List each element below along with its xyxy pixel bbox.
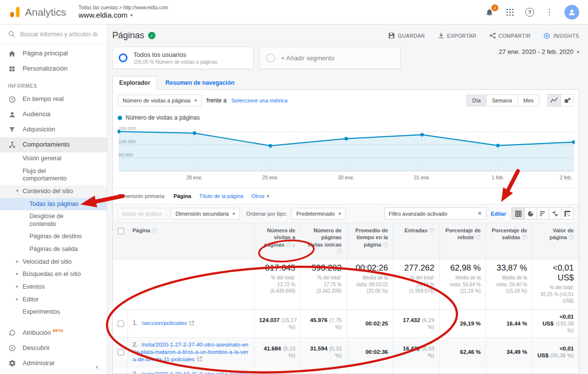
segment-all-users[interactable]: Todos los usuarios 100,00 % Número de vi… bbox=[112, 47, 254, 69]
clear-filter-icon[interactable]: ✕ bbox=[478, 210, 482, 217]
breadcrumb[interactable]: Todas las cuentas > http://www.eldia.com bbox=[78, 5, 168, 10]
guardar-button[interactable]: GUARDAR bbox=[388, 32, 425, 39]
sidebar-item-behavior-flow[interactable]: Flujo del comportamiento bbox=[0, 165, 107, 185]
sidebar-item-site-speed[interactable]: ▸Velocidad del sitio bbox=[0, 256, 107, 269]
segment-subtitle: 100,00 % Número de visitas a páginas bbox=[133, 59, 217, 65]
help-icon[interactable]: ? bbox=[569, 235, 574, 240]
sidebar-item-content-drilldown[interactable]: Desglose de contenido bbox=[0, 210, 107, 230]
granularity-dia[interactable]: Día bbox=[467, 95, 486, 106]
sidebar-item-all-pages[interactable]: Todas las páginas bbox=[0, 198, 107, 211]
column-header-0[interactable]: Página? bbox=[128, 223, 254, 259]
granularity-mes[interactable]: Mes bbox=[517, 95, 539, 106]
granularity-semana[interactable]: Semana bbox=[486, 95, 517, 106]
external-link-icon[interactable] bbox=[189, 320, 194, 327]
motion-chart-view-button[interactable] bbox=[561, 95, 573, 106]
sidebar-item-landing-pages[interactable]: Páginas de destino bbox=[0, 230, 107, 243]
tab-resumen-navegacion[interactable]: Resumen de navegación bbox=[159, 76, 241, 89]
edit-filter-link[interactable]: Editar bbox=[491, 211, 506, 217]
sort-desc-icon[interactable]: ↓ bbox=[292, 241, 295, 248]
sort-type-button[interactable]: Predeterminado ▾ bbox=[291, 208, 346, 220]
column-header-4[interactable]: Entradas? bbox=[393, 223, 440, 259]
sidebar-item-home[interactable]: Página principal bbox=[0, 46, 107, 61]
apps-grid-button[interactable] bbox=[505, 7, 515, 18]
column-header-2[interactable]: Número de páginas vistas únicas? bbox=[301, 223, 347, 259]
secondary-dimension-button[interactable]: Dimensión secundaria ▾ bbox=[171, 208, 240, 220]
page-link[interactable]: /nota/2020-1-27-2-37-40-otro-asesinato-e… bbox=[133, 342, 249, 362]
column-header-5[interactable]: Porcentaje de rebote? bbox=[439, 223, 486, 259]
view-pivot-button[interactable] bbox=[561, 208, 573, 219]
summary-subtext: % del total: 12,72 % (6.439.949) bbox=[259, 274, 296, 295]
sidebar-item-audience[interactable]: Audiencia bbox=[0, 107, 107, 122]
metric-percent: (5,93 %) bbox=[422, 346, 435, 358]
view-table-button[interactable] bbox=[512, 208, 524, 219]
collapse-sidebar-button[interactable]: ‹ bbox=[91, 360, 103, 372]
dimension-pagina[interactable]: Página bbox=[174, 193, 191, 199]
help-icon[interactable]: ? bbox=[152, 228, 157, 233]
select-metric-link[interactable]: Seleccione una métrica bbox=[231, 98, 287, 103]
sidebar-item-site-content[interactable]: ▾Contenido del sitio bbox=[0, 185, 107, 198]
sidebar-item-realtime[interactable]: En tiempo real bbox=[0, 92, 107, 107]
sidebar-item-acquisition[interactable]: Adquisición bbox=[0, 122, 107, 137]
sidebar-item-events[interactable]: ▸Eventos bbox=[0, 281, 107, 294]
more-options-button[interactable]: ⋮ bbox=[544, 7, 555, 18]
google-analytics-logo[interactable]: Analytics bbox=[9, 6, 72, 18]
sidebar-item-attribution[interactable]: AtribuciónBETA bbox=[0, 325, 107, 341]
chevron-down-icon: ▾ bbox=[577, 50, 579, 54]
help-icon[interactable]: ? bbox=[476, 235, 481, 240]
help-button[interactable]: ? bbox=[525, 8, 534, 17]
help-icon[interactable]: ? bbox=[286, 242, 291, 247]
search-input[interactable] bbox=[20, 31, 98, 38]
dimension-titulo-pagina[interactable]: Título de la página bbox=[199, 193, 244, 199]
row-checkbox-cell bbox=[113, 309, 128, 337]
checkbox-icon[interactable] bbox=[118, 228, 124, 234]
view-performance-button[interactable] bbox=[537, 208, 549, 219]
tab-explorador[interactable]: Explorador bbox=[112, 76, 157, 90]
pageviews-line-chart[interactable]: 50.000100.000150.00028 ene.29 ene.30 ene… bbox=[118, 123, 575, 188]
primary-dimension-row: Dimensión primaria: Página Título de la … bbox=[113, 188, 579, 204]
sidebar-item-exit-pages[interactable]: Páginas de salida bbox=[0, 243, 107, 256]
avatar[interactable] bbox=[564, 5, 579, 20]
notifications-button[interactable]: 2 bbox=[484, 7, 495, 18]
row-checkbox[interactable] bbox=[118, 349, 124, 355]
column-header-6[interactable]: Porcentaje de salidas? bbox=[486, 223, 533, 259]
line-chart-view-button[interactable] bbox=[548, 95, 561, 106]
view-percentage-button[interactable] bbox=[524, 208, 537, 219]
sidebar-item-experiments[interactable]: Experimentos bbox=[0, 306, 107, 319]
sidebar-search[interactable] bbox=[0, 25, 107, 44]
help-icon[interactable]: ? bbox=[522, 235, 527, 240]
column-header-1[interactable]: Número de visitas a páginas?↓ bbox=[254, 223, 301, 259]
add-segment-button[interactable]: + Añadir segmento bbox=[259, 47, 401, 69]
metric-selector[interactable]: Número de visitas a páginas ▾ bbox=[118, 95, 202, 106]
behavior-icon bbox=[8, 141, 16, 149]
help-icon[interactable]: ? bbox=[383, 242, 388, 247]
help-icon[interactable]: ? bbox=[430, 228, 435, 233]
column-header-7[interactable]: Valor de página? bbox=[532, 223, 579, 259]
plot-rows-button[interactable]: Incluir en gráfico bbox=[118, 208, 166, 220]
metric-value: 16.432 bbox=[403, 346, 420, 351]
date-range-selector[interactable]: 27 ene. 2020 - 2 feb. 2020 ▾ bbox=[499, 47, 579, 55]
account-selector[interactable]: www.eldia.com ▾ bbox=[78, 11, 168, 19]
sidebar-item-behavior-overview[interactable]: Visión general bbox=[0, 152, 107, 165]
sidebar-item-site-search[interactable]: ▸Búsquedas en el sitio bbox=[0, 268, 107, 281]
exportar-button[interactable]: EXPORTAR bbox=[438, 32, 477, 39]
metric-value: 00:02:36 bbox=[365, 349, 388, 355]
dimension-otros[interactable]: Otros ▾ bbox=[251, 193, 269, 199]
analytics-app: Analytics Todas las cuentas > http://www… bbox=[0, 0, 588, 374]
row-checkbox[interactable] bbox=[118, 321, 124, 327]
sidebar-item-discover[interactable]: Descubrir bbox=[0, 341, 107, 356]
page-link[interactable]: /nota/2020-1-30-10-45-0-otro-robo-sangri… bbox=[133, 371, 249, 374]
insights-button[interactable]: INSIGHTS bbox=[543, 32, 579, 39]
svg-text:28 ene.: 28 ene. bbox=[186, 175, 203, 180]
help-icon[interactable]: ? bbox=[337, 249, 342, 254]
column-header-3[interactable]: Promedio de tiempo en la página? bbox=[347, 223, 393, 259]
view-comparison-button[interactable] bbox=[549, 208, 561, 219]
select-all-header[interactable] bbox=[113, 223, 128, 259]
sidebar-item-customization[interactable]: Personalización bbox=[0, 61, 107, 76]
sidebar-item-behavior[interactable]: Comportamiento bbox=[0, 137, 107, 152]
page-link[interactable]: /seccion/policiales bbox=[142, 320, 187, 326]
advanced-filter-chip[interactable]: Filtro avanzado activado ✕ bbox=[384, 207, 486, 220]
sidebar-item-label: Flujo del comportamiento bbox=[23, 168, 86, 183]
sidebar-item-publisher[interactable]: ▸Editor bbox=[0, 294, 107, 306]
external-link-icon[interactable] bbox=[197, 356, 202, 363]
compartir-button[interactable]: COMPARTIR bbox=[489, 32, 531, 39]
